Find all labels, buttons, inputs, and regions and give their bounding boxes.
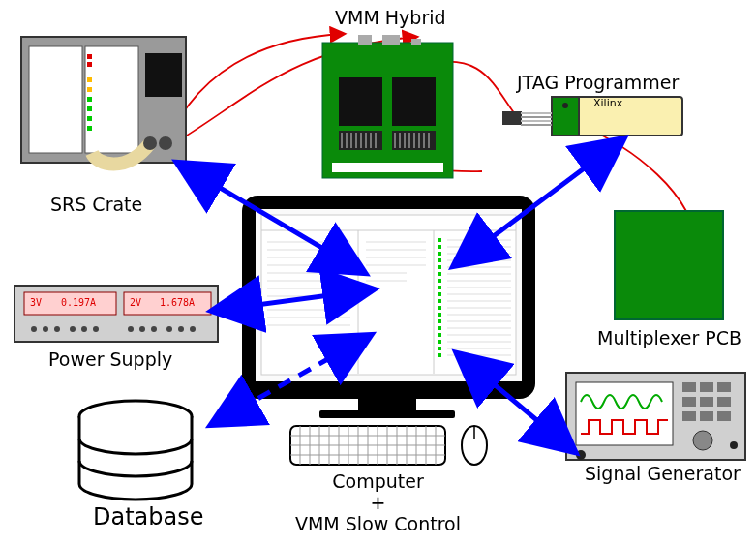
vmm-hybrid [322, 35, 453, 178]
svg-rect-4 [87, 54, 92, 59]
srs-crate-label: SRS Crate [50, 194, 142, 215]
jtag-programmer [502, 97, 682, 136]
svg-point-20 [70, 326, 76, 332]
multiplexer-pcb [615, 211, 723, 319]
signal-generator [566, 373, 745, 460]
svg-rect-117 [438, 333, 441, 337]
svg-rect-3 [145, 53, 182, 97]
svg-point-22 [93, 326, 99, 332]
svg-point-28 [190, 326, 196, 332]
svg-rect-119 [438, 347, 441, 350]
svg-rect-104 [438, 245, 441, 249]
jtag-chip-label: Xilinx [593, 97, 622, 109]
svg-rect-116 [438, 326, 441, 330]
svg-rect-35 [382, 35, 400, 45]
computer-label-line1: Computer [0, 470, 756, 492]
keyboard [290, 426, 445, 465]
svg-rect-105 [438, 252, 441, 256]
vmm-hybrid-label: VMM Hybrid [335, 7, 446, 28]
svg-rect-6 [87, 77, 92, 82]
computer-label-line3: VMM Slow Control [0, 513, 756, 534]
svg-rect-8 [87, 97, 92, 102]
svg-rect-9 [87, 106, 92, 111]
svg-rect-74 [717, 411, 731, 421]
svg-rect-34 [358, 35, 372, 45]
svg-rect-118 [438, 340, 441, 344]
psu-display1-a: 0.197A [61, 297, 96, 308]
svg-rect-67 [700, 382, 713, 392]
svg-rect-70 [700, 397, 713, 407]
svg-rect-33 [332, 163, 443, 172]
svg-point-18 [43, 326, 48, 332]
svg-rect-113 [438, 306, 441, 310]
svg-rect-72 [682, 411, 696, 421]
svg-point-23 [128, 326, 134, 332]
srs-crate [21, 37, 186, 165]
multiplexer-label: Multiplexer PCB [597, 327, 741, 348]
svg-rect-110 [438, 286, 441, 289]
svg-rect-107 [438, 265, 441, 269]
svg-rect-69 [682, 397, 696, 407]
svg-rect-63 [615, 211, 723, 319]
power-supply-label: Power Supply [48, 348, 172, 370]
svg-rect-1 [29, 46, 82, 153]
svg-point-19 [54, 326, 60, 332]
svg-point-12 [143, 136, 157, 150]
svg-point-13 [159, 136, 172, 150]
psu-display2-v: 2V [130, 297, 141, 308]
svg-rect-65 [576, 382, 673, 445]
svg-rect-71 [717, 397, 731, 407]
svg-point-77 [730, 441, 738, 449]
svg-rect-114 [438, 313, 441, 317]
computer-label-line2: + [0, 492, 756, 513]
psu-display2-a: 1.678A [160, 297, 195, 308]
svg-rect-32 [392, 77, 436, 126]
svg-point-57 [562, 103, 568, 108]
svg-rect-115 [438, 319, 441, 323]
svg-rect-68 [717, 382, 731, 392]
svg-point-17 [31, 326, 37, 332]
svg-point-24 [139, 326, 145, 332]
svg-rect-58 [502, 111, 522, 125]
svg-rect-112 [438, 299, 441, 303]
svg-rect-80 [358, 399, 416, 412]
jtag-label: JTAG Programmer [517, 72, 679, 93]
svg-rect-11 [87, 126, 92, 131]
svg-rect-81 [319, 410, 455, 418]
svg-point-76 [576, 450, 586, 460]
svg-point-25 [151, 326, 157, 332]
svg-point-21 [81, 326, 87, 332]
svg-point-75 [693, 431, 712, 450]
svg-rect-106 [438, 258, 441, 262]
svg-rect-108 [438, 272, 441, 276]
svg-point-26 [166, 326, 172, 332]
svg-rect-120 [438, 353, 441, 357]
svg-rect-36 [411, 39, 421, 45]
svg-rect-5 [87, 62, 92, 67]
svg-rect-31 [339, 77, 382, 126]
mouse [462, 426, 487, 465]
psu-display1-v: 3V [30, 297, 42, 308]
svg-rect-66 [682, 382, 696, 392]
svg-rect-109 [438, 279, 441, 283]
svg-rect-103 [438, 238, 441, 242]
svg-point-27 [178, 326, 184, 332]
svg-rect-73 [700, 411, 713, 421]
svg-rect-111 [438, 292, 441, 296]
svg-rect-2 [85, 46, 138, 153]
svg-rect-10 [87, 116, 92, 121]
svg-rect-7 [87, 87, 92, 92]
power-supply [15, 286, 218, 342]
